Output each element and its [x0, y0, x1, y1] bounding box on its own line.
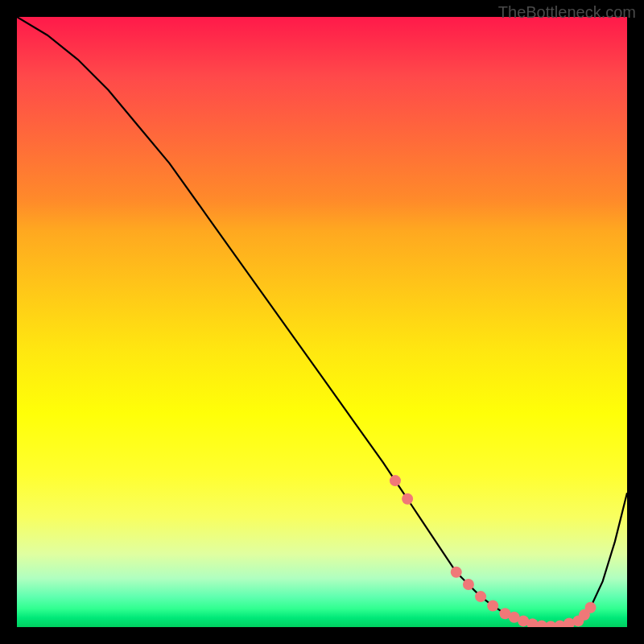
curve-dot	[475, 591, 486, 602]
curve-dot	[402, 493, 413, 505]
watermark-text: TheBottleneck.com	[498, 3, 636, 22]
curve-dot	[451, 567, 462, 578]
curve-dots	[390, 475, 597, 627]
bottleneck-curve	[17, 17, 627, 626]
curve-dot	[463, 579, 474, 590]
curve-dot	[487, 600, 498, 611]
bottleneck-chart: TheBottleneck.com	[0, 0, 644, 644]
curve-svg	[17, 17, 627, 627]
curve-dot	[390, 475, 401, 486]
curve-dot	[585, 602, 597, 613]
